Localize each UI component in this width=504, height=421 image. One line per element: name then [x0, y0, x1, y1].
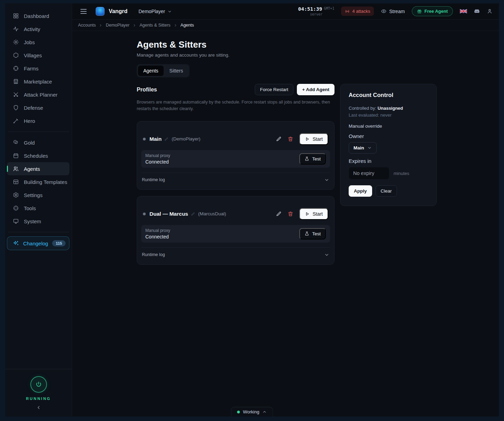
- eye-icon: [381, 8, 387, 14]
- start-agent-button[interactable]: Start: [299, 133, 328, 145]
- owner-select[interactable]: Main: [349, 142, 377, 154]
- runtime-log-toggle[interactable]: Runtime log: [141, 247, 330, 257]
- tab-group: Agents Sitters: [137, 64, 190, 77]
- server-time: 04:51:39: [298, 6, 322, 12]
- attacks-badge-label: 4 attacks: [352, 9, 370, 14]
- coins-icon: [13, 139, 19, 146]
- agent-status-dot: [143, 138, 146, 140]
- profile-button[interactable]: [487, 8, 493, 14]
- sidebar-item-dashboard[interactable]: Dashboard: [5, 9, 72, 22]
- sidebar-item-gold[interactable]: Gold: [5, 136, 72, 149]
- sidebar-item-label: Farms: [24, 66, 39, 71]
- chevron-right-icon: [99, 23, 103, 27]
- apply-button[interactable]: Apply: [349, 185, 372, 197]
- server-timezone: GMT+1: [324, 6, 334, 11]
- free-agent-label: Free Agent: [425, 9, 448, 14]
- sidebar-item-label: Jobs: [24, 39, 35, 45]
- gift-icon: [417, 9, 422, 14]
- agent-account: (MarcusDual): [198, 211, 226, 216]
- sidebar-item-tools[interactable]: Tools: [5, 202, 72, 215]
- runtime-log-toggle[interactable]: Runtime log: [141, 173, 330, 183]
- language-flag-uk[interactable]: [460, 9, 467, 14]
- sidebar-item-label: Activity: [24, 26, 40, 32]
- monitor-icon: [13, 218, 19, 224]
- account-selector-label: DemoPlayer: [138, 9, 165, 14]
- sidebar-collapse-button[interactable]: [36, 405, 41, 410]
- sidebar-item-schedules[interactable]: Schedules: [5, 149, 72, 162]
- free-agent-button[interactable]: Free Agent: [412, 6, 453, 16]
- add-agent-button[interactable]: + Add Agent: [297, 84, 335, 95]
- edit-agent-button[interactable]: [276, 136, 282, 142]
- rename-icon[interactable]: [191, 212, 195, 216]
- sidebar-item-label: Schedules: [24, 153, 48, 159]
- sidebar-item-hero[interactable]: Hero: [5, 114, 72, 127]
- agent-name: Dual — Marcus: [149, 211, 188, 217]
- account-selector[interactable]: DemoPlayer: [138, 9, 172, 14]
- delete-agent-button[interactable]: [288, 211, 293, 217]
- owner-label: Owner: [349, 133, 428, 139]
- sidebar-divider: [8, 232, 69, 232]
- account-control-panel: Account Control Controlled by: Unassigne…: [340, 84, 437, 206]
- power-button[interactable]: [30, 376, 47, 393]
- working-status-pill[interactable]: Working: [231, 407, 273, 417]
- discord-button[interactable]: [474, 8, 480, 14]
- tab-sitters[interactable]: Sitters: [164, 66, 188, 76]
- sidebar-item-activity[interactable]: Activity: [5, 22, 72, 36]
- sidebar-item-label: Hero: [24, 118, 35, 124]
- chevron-left-icon: [36, 405, 41, 410]
- runtime-log-label: Runtime log: [142, 252, 165, 257]
- stream-button[interactable]: Stream: [381, 8, 405, 14]
- working-status-dot: [237, 411, 240, 413]
- working-status-label: Working: [243, 409, 259, 414]
- sidebar-item-building-templates[interactable]: Building Templates: [5, 175, 72, 188]
- store-icon: [13, 78, 19, 85]
- force-restart-button[interactable]: Force Restart: [255, 84, 293, 95]
- broadcast-icon: [345, 9, 350, 14]
- agent-name: Main: [149, 136, 162, 142]
- owner-select-value: Main: [353, 145, 364, 150]
- expiry-input[interactable]: [349, 167, 389, 179]
- chevron-down-icon: [367, 146, 372, 150]
- chevron-down-icon: [167, 9, 172, 14]
- sidebar-item-farms[interactable]: Farms: [5, 62, 72, 75]
- attacks-badge[interactable]: 4 attacks: [341, 7, 374, 16]
- start-button-label: Start: [312, 211, 323, 217]
- menu-toggle-button[interactable]: [80, 9, 87, 14]
- server-label: server: [298, 12, 334, 17]
- shield-icon: [13, 105, 19, 111]
- sidebar-item-system[interactable]: System: [5, 215, 72, 228]
- expires-label: Expires in: [349, 158, 428, 164]
- sidebar-item-jobs[interactable]: Jobs: [5, 36, 72, 49]
- test-proxy-button[interactable]: Test: [299, 228, 326, 239]
- sidebar-item-changelog[interactable]: Changelog 115: [7, 236, 69, 250]
- breadcrumb-item[interactable]: DemoPlayer: [106, 23, 129, 28]
- edit-agent-button[interactable]: [276, 211, 282, 217]
- delete-agent-button[interactable]: [288, 136, 293, 142]
- clear-button[interactable]: Clear: [376, 185, 397, 197]
- rename-icon[interactable]: [164, 137, 168, 141]
- main-shell: Vangrd DemoPlayer 04:51:39 GMT+1 server …: [72, 3, 499, 417]
- sidebar-item-attack-planner[interactable]: Attack Planner: [5, 88, 72, 101]
- start-agent-button[interactable]: Start: [299, 208, 328, 220]
- breadcrumb-item[interactable]: Accounts: [78, 23, 96, 28]
- sidebar-item-settings[interactable]: Settings: [5, 188, 72, 202]
- runtime-log-label: Runtime log: [142, 177, 165, 182]
- app-logo: [96, 7, 105, 16]
- sidebar-item-marketplace[interactable]: Marketplace: [5, 75, 72, 88]
- stream-label: Stream: [389, 9, 405, 14]
- changelog-badge: 115: [52, 240, 66, 246]
- sidebar-item-villages[interactable]: Villages: [5, 49, 72, 62]
- sidebar-item-label: Gold: [24, 140, 35, 146]
- controlled-by-label: Controlled by:: [349, 106, 376, 111]
- breadcrumb-item[interactable]: Agents & Sitters: [139, 23, 171, 28]
- sidebar-item-defense[interactable]: Defense: [5, 101, 72, 114]
- play-icon: [305, 137, 310, 141]
- proxy-panel: Manual proxy Connected Test: [141, 150, 330, 168]
- test-proxy-button[interactable]: Test: [299, 153, 326, 165]
- sidebar-item-agents[interactable]: Agents: [7, 162, 69, 175]
- controlled-by-value: Unassigned: [378, 106, 403, 111]
- chevron-right-icon: [174, 23, 177, 27]
- tab-agents[interactable]: Agents: [138, 66, 164, 76]
- proxy-status: Connected: [145, 234, 170, 239]
- target-icon: [13, 65, 19, 71]
